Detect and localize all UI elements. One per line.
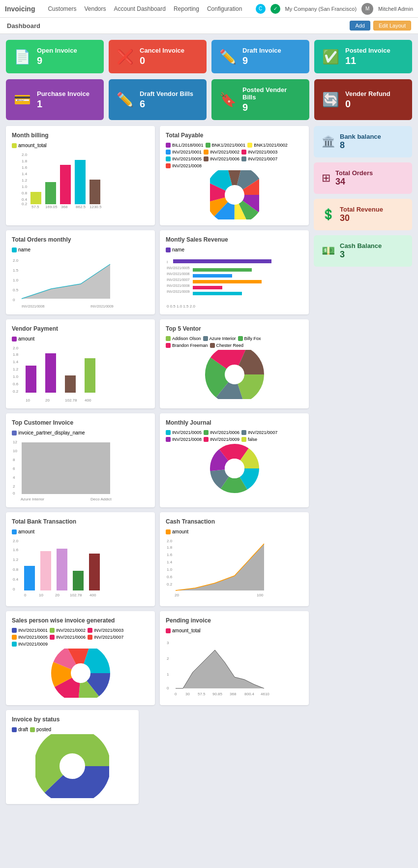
svg-text:2.0: 2.0: [13, 258, 19, 263]
svg-text:368: 368: [61, 205, 68, 209]
dashboard-actions: Add Edit Layout: [350, 21, 411, 31]
navbar-right: C ✓ My Company (San Francisco) M Mitchel…: [256, 3, 413, 15]
kpi-row-2: 💳 Purchase Invoice 1 ✏️ Draft Vendor Bil…: [6, 79, 412, 120]
draft-invoice-label: Draft Invoice: [242, 47, 281, 54]
side-kpi-total-orders[interactable]: ⊞ Total Orders 34: [314, 162, 412, 194]
nav-account-dashboard[interactable]: Account Dashboard: [114, 5, 166, 12]
kpi-row-1: 📄 Open Invoice 9 ❌ Cancel Invoice 0 ✏️ D…: [6, 40, 412, 73]
vendor-payment-title: Vendor Payment: [12, 325, 149, 332]
bank-transaction-chart: 2.0 1.6 1.2 0.8 0.4 0 0 10 20: [12, 536, 130, 600]
svg-text:1.0: 1.0: [13, 278, 19, 282]
posted-vendor-value: 9: [242, 102, 301, 113]
purchase-invoice-label: Purchase Invoice: [37, 90, 90, 97]
dashboard-header: Dashboard Add Edit Layout: [0, 18, 418, 34]
svg-text:0.8: 0.8: [13, 567, 19, 572]
svg-text:1.2: 1.2: [13, 558, 19, 562]
kpi-cancel-invoice[interactable]: ❌ Cancel Invoice 0: [109, 40, 207, 73]
svg-rect-9: [30, 192, 41, 204]
svg-text:102.78: 102.78: [70, 593, 82, 597]
svg-text:1.0: 1.0: [22, 185, 28, 189]
svg-text:10: 10: [13, 449, 17, 453]
svg-rect-44: [193, 280, 262, 283]
add-button[interactable]: Add: [350, 21, 370, 31]
purchase-invoice-icon: 💳: [14, 92, 31, 108]
svg-rect-59: [65, 375, 76, 393]
svg-text:1.4: 1.4: [167, 560, 173, 564]
svg-text:102.78: 102.78: [65, 398, 77, 403]
svg-rect-96: [73, 571, 84, 590]
svg-text:400: 400: [85, 398, 91, 403]
cancel-invoice-label: Cancel Invoice: [140, 47, 184, 54]
monthly-sales-chart: I INV/2021/0005 INV/2021/0006 INV/2021/0…: [166, 254, 284, 309]
svg-rect-46: [193, 286, 222, 289]
svg-text:1.8: 1.8: [13, 352, 19, 357]
svg-text:Azure Interior: Azure Interior: [21, 497, 44, 501]
cash-balance-value: 3: [340, 249, 382, 260]
svg-text:2.0: 2.0: [167, 539, 173, 543]
svg-rect-10: [45, 182, 56, 204]
svg-text:2: 2: [167, 656, 169, 661]
svg-text:2.0: 2.0: [13, 346, 19, 350]
svg-text:20: 20: [45, 398, 50, 403]
purchase-invoice-value: 1: [37, 98, 90, 110]
kpi-purchase-invoice[interactable]: 💳 Purchase Invoice 1: [6, 79, 104, 120]
side-kpi-cash-balance[interactable]: 💵 Cash Balance 3: [314, 235, 412, 267]
svg-text:3: 3: [167, 641, 169, 645]
kpi-draft-vendor-bills[interactable]: ✏️ Draft Vendor Bills 6: [109, 79, 207, 120]
side-kpi-total-revenue[interactable]: 💲 Total Revenue 30: [314, 199, 412, 230]
nav-configuration[interactable]: Configuration: [207, 5, 242, 12]
total-bank-transaction-card: Total Bank Transaction amount 2.0 1.6 1.…: [6, 512, 155, 606]
bank-balance-value: 8: [340, 140, 381, 151]
svg-rect-60: [85, 358, 95, 393]
total-orders-icon: ⊞: [322, 172, 330, 185]
top5-ventor-card: Top 5 Ventor Addison Olson Azure Interio…: [160, 319, 309, 408]
svg-text:0.5: 0.5: [13, 288, 19, 292]
svg-text:1.6: 1.6: [167, 553, 173, 557]
svg-text:2: 2: [13, 484, 15, 489]
svg-text:INV/2021/0009: INV/2021/0009: [90, 305, 114, 308]
posted-invoice-icon: ✅: [322, 49, 339, 65]
svg-text:8: 8: [13, 458, 15, 462]
svg-rect-38: [173, 259, 271, 263]
company-name: My Company (San Francisco): [285, 6, 357, 12]
svg-text:800.4: 800.4: [244, 692, 255, 696]
nav-vendors[interactable]: Vendors: [84, 5, 106, 12]
charts-row-1: Month billing amount_total 2.0 1.8 1.6 1…: [6, 126, 309, 225]
svg-text:0.4: 0.4: [13, 577, 19, 582]
svg-text:0.6: 0.6: [13, 382, 19, 386]
bank-balance-icon: 🏛️: [322, 135, 335, 148]
posted-invoice-value: 11: [345, 55, 390, 66]
cancel-invoice-icon: ❌: [117, 49, 134, 65]
svg-text:I: I: [167, 260, 168, 264]
svg-text:Deco Addict: Deco Addict: [90, 497, 112, 501]
charts-row-2: Total Orders monthly name 2.0 1.5 1.0 0.…: [6, 230, 309, 314]
total-orders-chart: 2.0 1.5 1.0 0.5 0 INV/2021/0006 INV/2021…: [12, 254, 130, 309]
svg-text:1: 1: [167, 672, 169, 677]
svg-text:20: 20: [175, 593, 179, 597]
kpi-draft-invoice[interactable]: ✏️ Draft Invoice 9: [211, 40, 309, 73]
edit-layout-button[interactable]: Edit Layout: [373, 21, 411, 31]
svg-text:4610: 4610: [261, 692, 269, 696]
total-payable-card: Total Payable BILL/2018/0001 BNK1/2021/0…: [160, 126, 309, 225]
svg-text:10: 10: [39, 593, 43, 597]
nav-reporting[interactable]: Reporting: [174, 5, 199, 12]
kpi-posted-invoice[interactable]: ✅ Posted Invoice 11: [314, 40, 412, 73]
svg-text:INV/2021/0008: INV/2021/0008: [167, 284, 190, 287]
nav-customers[interactable]: Customers: [48, 5, 76, 12]
kpi-posted-vendor-bills[interactable]: 🔖 Posted Vender Bills 9: [211, 79, 309, 120]
svg-text:2.0: 2.0: [13, 539, 19, 543]
svg-marker-34: [22, 264, 110, 299]
svg-text:1.2: 1.2: [13, 367, 19, 372]
cash-transaction-chart: 2.0 1.8 1.6 1.4 1.0 0.6 0.2 20 100: [166, 536, 284, 600]
svg-text:0: 0: [24, 593, 27, 597]
side-kpi-bank-balance[interactable]: 🏛️ Bank balance 8: [314, 126, 412, 157]
dashboard-title: Dashboard: [7, 22, 40, 30]
month-billing-card: Month billing amount_total 2.0 1.8 1.6 1…: [6, 126, 155, 225]
svg-text:1.8: 1.8: [22, 159, 28, 163]
kpi-open-invoice[interactable]: 📄 Open Invoice 9: [6, 40, 104, 73]
vendor-payment-chart: 2.0 1.8 1.4 1.2 1.0 0.6 0.2 10 20 102.78: [12, 343, 130, 403]
kpi-vendor-refund[interactable]: 🔄 Vender Refund 0: [314, 79, 412, 120]
month-billing-legend: amount_total: [12, 143, 149, 148]
charts-row-4: Top Customer Invoice invoice_partner_dis…: [6, 413, 309, 507]
total-revenue-icon: 💲: [322, 208, 335, 221]
